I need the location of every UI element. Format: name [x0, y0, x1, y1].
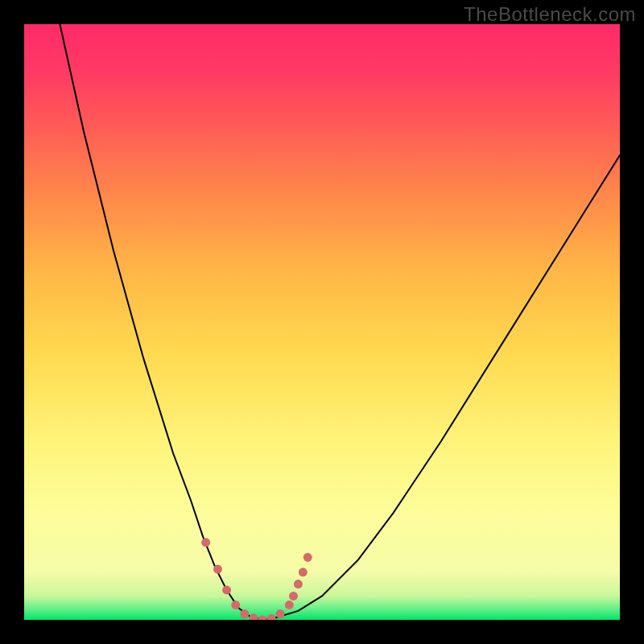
valley-marker-dot: [249, 613, 258, 620]
valley-marker-dot: [231, 601, 240, 609]
valley-marker-dot: [294, 580, 303, 588]
valley-marker-dot: [222, 586, 231, 595]
valley-marker-dot: [201, 538, 210, 547]
valley-marker-dot: [258, 616, 267, 620]
valley-marker-dot: [213, 565, 222, 574]
valley-marker-dot: [276, 609, 285, 618]
chart-frame: TheBottleneck.com: [0, 0, 644, 644]
valley-marker-dot: [289, 592, 298, 601]
valley-marker-group: [201, 538, 312, 620]
valley-marker-dot: [267, 614, 276, 620]
watermark-text: TheBottleneck.com: [464, 3, 636, 26]
plot-area: [24, 24, 620, 620]
chart-svg: [24, 24, 620, 620]
valley-marker-dot: [303, 553, 312, 562]
valley-marker-dot: [240, 609, 249, 618]
valley-marker-dot: [299, 568, 308, 576]
valley-marker-dot: [285, 601, 294, 609]
curve-path: [60, 24, 620, 620]
